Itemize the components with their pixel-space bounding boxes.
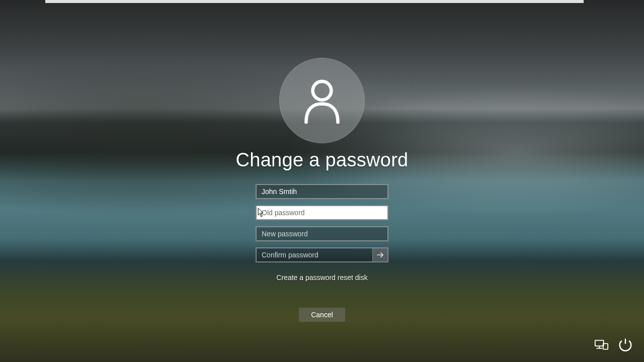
svg-point-0 [313, 81, 332, 100]
change-password-panel: Change a password Create a password rese… [0, 58, 644, 322]
create-reset-disk-link[interactable]: Create a password reset disk [276, 274, 367, 282]
page-title: Change a password [235, 149, 408, 171]
system-tray [594, 338, 633, 351]
old-password-field[interactable] [256, 205, 388, 220]
username-field[interactable] [256, 184, 388, 199]
power-icon [618, 337, 633, 352]
window-top-strip [45, 0, 584, 3]
new-password-wrap [256, 226, 388, 241]
confirm-password-field[interactable] [256, 247, 388, 262]
new-password-field[interactable] [256, 226, 388, 241]
password-form: Create a password reset disk Cancel [256, 184, 388, 322]
cancel-button[interactable]: Cancel [299, 308, 345, 322]
username-field-wrap [256, 184, 388, 199]
network-button[interactable] [594, 338, 609, 351]
confirm-password-wrap [256, 247, 388, 262]
submit-button[interactable] [372, 248, 387, 261]
network-icon [594, 339, 609, 350]
power-button[interactable] [618, 338, 633, 351]
arrow-right-icon [376, 250, 385, 259]
user-icon [301, 77, 343, 124]
svg-rect-1 [595, 340, 604, 346]
user-avatar [279, 58, 365, 143]
old-password-wrap [256, 205, 388, 220]
